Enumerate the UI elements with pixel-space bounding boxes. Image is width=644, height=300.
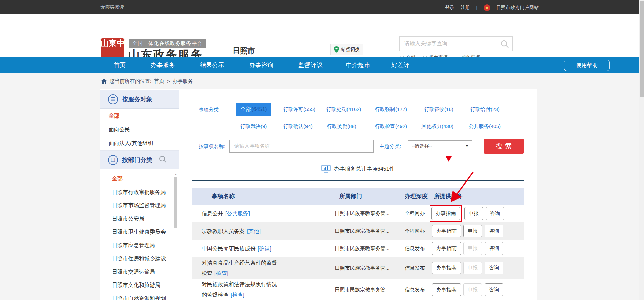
service-button-咨询[interactable]: 咨询	[485, 262, 503, 274]
breadcrumb-home-link[interactable]: 首页	[154, 78, 164, 85]
help-button[interactable]: 使用帮助	[564, 60, 610, 71]
category-link-r2-3[interactable]: 行政检查(492)	[375, 121, 407, 131]
category-link-r2-2[interactable]: 行政奖励(88)	[327, 121, 356, 131]
department-title: 按部门分类	[122, 156, 152, 164]
service-button-咨询[interactable]: 咨询	[485, 225, 503, 237]
service-button-申报[interactable]: 申报	[464, 207, 483, 220]
item-name-link[interactable]: 中国公民变更民族成份	[202, 245, 256, 251]
sidebar-service-item-1[interactable]: 面向公民	[100, 123, 179, 136]
service-button-咨询[interactable]: 咨询	[486, 207, 504, 220]
page-scroll-thumb[interactable]	[640, 1, 644, 97]
item-tag-link[interactable]: [公共服务]	[225, 211, 250, 216]
item-service-buttons: 办事指南申报咨询	[432, 242, 503, 255]
nav-item-5[interactable]: 中介超市	[335, 57, 381, 73]
national-emblem-icon: ★	[484, 4, 490, 11]
nav-item-3[interactable]: 办事咨询	[237, 57, 286, 73]
service-button-办事指南[interactable]: 办事指南	[432, 283, 461, 296]
sidebar-dept-item-8[interactable]: 日照市文化和旅游局	[100, 278, 179, 292]
item-depth: 信息发布	[405, 245, 425, 252]
accessibility-link[interactable]: 无障碍阅读	[100, 4, 124, 10]
category-link-r2-5[interactable]: 公共服务(405)	[469, 121, 501, 131]
category-link-r1-4[interactable]: 行政征收(16)	[424, 103, 453, 116]
service-button-办事指南[interactable]: 办事指南	[432, 262, 461, 274]
sidebar-dept-item-9[interactable]: 日照市自然资源和规划...	[100, 292, 179, 300]
nav-item-2[interactable]: 结果公示	[187, 57, 237, 73]
site-switch-button[interactable]: 站点切换	[330, 44, 363, 55]
item-search-row: 按事项名称: 请输入事项名称 主题分类: --请选择-- ▼ 搜索	[192, 140, 524, 155]
item-tag-link[interactable]: [检查]	[231, 292, 244, 298]
items-table: 事项名称所属部门办理深度所提供服务 信息公开[公共服务]日照市民族宗教事务管..…	[192, 188, 524, 300]
sidebar-dept-item-5[interactable]: 日照市应急管理局	[100, 239, 179, 252]
item-tag-link[interactable]: [确认]	[258, 245, 271, 251]
category-link-r1-2[interactable]: 行政处罚(4162)	[326, 103, 361, 116]
service-button-申报[interactable]: 申报	[463, 225, 482, 237]
item-name-cell: 对民族政策和法律法规执行情况的监督检查[检查]	[202, 279, 281, 300]
service-button-办事指南[interactable]: 办事指南	[431, 207, 460, 220]
login-link[interactable]: 登录	[445, 5, 455, 11]
item-tag-link[interactable]: [其他]	[247, 228, 261, 234]
category-link-r2-0[interactable]: 行政裁决(9)	[240, 121, 267, 131]
platform-tag: 全国一体化在线政务服务平台	[129, 39, 206, 48]
content-card: ☰ 按服务对象 全部面向公民面向法人/其他组织 ❐ 按部门分类 全部日照市行政审…	[100, 89, 537, 300]
category-link-r1-3[interactable]: 行政强制(177)	[375, 103, 407, 116]
category-link-r2-1[interactable]: 行政确认(94)	[283, 121, 313, 131]
keyword-search-input[interactable]: 请输入关键字查询...	[399, 36, 513, 51]
item-name-input[interactable]: 请输入事项名称	[229, 140, 374, 153]
service-button-咨询[interactable]: 咨询	[485, 283, 503, 296]
category-selected-pill[interactable]: 全部(6451)	[236, 103, 271, 116]
topic-select[interactable]: --请选择-- ▼	[408, 140, 472, 152]
sidebar-service-item-2[interactable]: 面向法人/其他组织	[100, 136, 179, 150]
nav-item-4[interactable]: 监督评议	[286, 57, 335, 73]
category-link-r2-4[interactable]: 其他权力(430)	[421, 121, 453, 131]
service-button-办事指南[interactable]: 办事指南	[432, 225, 461, 237]
breadcrumb-label: 您当前所在的位置:	[110, 78, 151, 85]
sidebar-scrollbar[interactable]: ▲	[174, 173, 178, 297]
home-icon	[101, 79, 107, 84]
table-row: 对清真食品生产经营条件的监督检查[检查]日照市民族宗教事务管...信息发布办事指…	[192, 257, 524, 279]
portal-link[interactable]: 日照市政府门户网站	[496, 5, 539, 11]
table-col-header-0: 事项名称	[212, 188, 235, 205]
topic-select-value: --请选择--	[412, 143, 432, 149]
item-name-link[interactable]: 对清真食品生产经营条件的监督检查	[202, 260, 277, 276]
sidebar-dept-item-3[interactable]: 日照市公安局	[100, 212, 179, 226]
sidebar-scroll-thumb[interactable]	[174, 177, 177, 228]
breadcrumb: 您当前所在的位置: 首页 > 办事服务	[101, 73, 193, 89]
item-name-link[interactable]: 信息公开	[202, 211, 223, 216]
scroll-up-arrow-icon[interactable]: ▲	[174, 173, 178, 176]
sidebar-service-item-0[interactable]: 全部	[100, 109, 179, 123]
sidebar-dept-item-2[interactable]: 日照市市场监督管理局	[100, 199, 179, 212]
text-cursor	[233, 143, 233, 150]
sidebar-dept-item-4[interactable]: 日照市卫生健康委员会	[100, 225, 179, 239]
service-button-办事指南[interactable]: 办事指南	[432, 242, 461, 255]
register-link[interactable]: 注册	[461, 5, 470, 11]
site-header: 山東中國 全国一体化在线政务服务平台 山东政务服务 日照市 站点切换 请输入关键…	[0, 14, 644, 57]
item-depth: 信息发布	[405, 265, 425, 271]
breadcrumb-current: 办事服务	[173, 78, 193, 85]
sidebar-dept-item-7[interactable]: 日照市交通运输局	[100, 265, 179, 279]
item-tag-link[interactable]: [检查]	[214, 270, 228, 276]
category-row-2: 行政裁决(9)行政确认(94)行政奖励(88)行政检查(492)其他权力(430…	[192, 121, 524, 131]
item-depth: 全程网办	[405, 210, 425, 217]
sidebar-dept-item-0[interactable]: 全部	[100, 172, 179, 186]
table-col-header-2: 办理深度	[405, 188, 428, 205]
nav-item-1[interactable]: 办事服务	[138, 57, 187, 73]
nav-item-6[interactable]: 好差评	[381, 57, 420, 73]
item-name-link[interactable]: 宗教教职人员备案	[202, 228, 245, 234]
service-target-icon: ☰	[108, 94, 118, 104]
search-icon[interactable]	[500, 40, 509, 50]
category-link-r1-5[interactable]: 行政给付(23)	[470, 103, 500, 116]
search-button[interactable]: 搜索	[484, 139, 524, 154]
sidebar-dept-item-6[interactable]: 日照市住房和城乡建设...	[100, 252, 179, 265]
item-service-buttons: 办事指南申报咨询	[430, 205, 504, 222]
sidebar-dept-item-1[interactable]: 日照市行政审批服务局	[100, 186, 179, 199]
nav-item-0[interactable]: 首页	[101, 57, 138, 73]
sidebar-section-service-target: ☰ 按服务对象	[100, 90, 179, 109]
service-button-咨询[interactable]: 咨询	[485, 242, 503, 255]
item-service-buttons: 办事指南申报咨询	[432, 262, 503, 274]
page-scrollbar[interactable]	[639, 0, 644, 300]
department-search-icon[interactable]	[159, 156, 167, 164]
main-nav: 首页办事服务结果公示办事咨询监督评议中介超市好差评	[0, 57, 644, 73]
stats-line: 办事服务总计事项6451件	[321, 164, 395, 174]
topbar: 无障碍阅读 登录 注册 | ★ 日照市政府门户网站	[0, 0, 644, 14]
category-link-r1-1[interactable]: 行政许可(555)	[283, 103, 315, 116]
